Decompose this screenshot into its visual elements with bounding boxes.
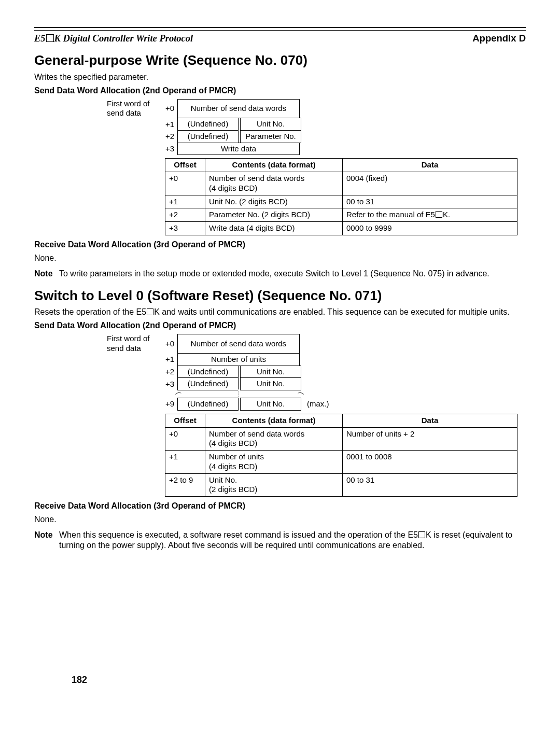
cell: 0001 to 0008 bbox=[343, 451, 517, 474]
cell: Number of send data words (4 digits BCD) bbox=[205, 427, 343, 451]
cell: 0004 (fixed) bbox=[343, 172, 517, 195]
offset-2: +2 bbox=[161, 367, 175, 377]
offset-3: +3 bbox=[161, 380, 175, 389]
cell: 00 to 31 bbox=[343, 195, 517, 208]
txt: When this sequence is executed, a softwa… bbox=[59, 530, 418, 539]
th-contents: Contents (data format) bbox=[205, 414, 343, 427]
page-header: E5K Digital Controller Write Protocol Ap… bbox=[34, 32, 526, 45]
section-070-send-heading: Send Data Word Allocation (2nd Operand o… bbox=[34, 86, 526, 96]
table-row: +2 Parameter No. (2 digits BCD) Refer to… bbox=[165, 208, 517, 222]
cell: +3 bbox=[165, 222, 205, 235]
table-row: +2 to 9 Unit No. (2 digits BCD) 00 to 31 bbox=[165, 473, 517, 497]
offset-3: +3 bbox=[161, 144, 175, 154]
first-word-l2: send data bbox=[107, 344, 141, 353]
alloc-r3b: Unit No. bbox=[240, 377, 301, 390]
alloc-r2a: (Undefined) bbox=[177, 366, 239, 378]
first-word-l2: send data bbox=[107, 108, 141, 117]
hdr-left-prefix: E5 bbox=[34, 33, 46, 44]
alloc-r0: Number of send data words bbox=[177, 99, 300, 119]
cell: Refer to the manual of E5K. bbox=[343, 208, 517, 222]
th-data: Data bbox=[343, 159, 517, 172]
first-word-label: First word of send data bbox=[34, 99, 159, 119]
txt: Refer to the manual of E5 bbox=[346, 210, 435, 219]
note-label: Note bbox=[34, 530, 59, 551]
cell: +2 to 9 bbox=[165, 473, 205, 497]
cell: Unit No. (2 digits BCD) bbox=[205, 195, 343, 208]
cell: Number of units (4 digits BCD) bbox=[205, 451, 343, 474]
first-word-label: First word of send data bbox=[34, 334, 159, 354]
placeholder-square-icon bbox=[436, 211, 442, 218]
first-word-l1: First word of bbox=[107, 99, 150, 108]
header-left: E5K Digital Controller Write Protocol bbox=[34, 33, 193, 45]
section-070-title: General-purpose Write (Sequence No. 070) bbox=[34, 52, 526, 69]
alloc-r1a: (Undefined) bbox=[177, 118, 239, 131]
alloc-diagram-071: First word of send data +0 Number of sen… bbox=[34, 334, 526, 411]
cell: Write data (4 digits BCD) bbox=[205, 222, 343, 235]
alloc-r9a: (Undefined) bbox=[177, 398, 239, 411]
cell: +2 bbox=[165, 208, 205, 222]
first-word-l1: First word of bbox=[107, 334, 150, 343]
section-070-recv-heading: Receive Data Word Allocation (3rd Operan… bbox=[34, 240, 526, 250]
offset-2: +2 bbox=[161, 132, 175, 142]
alloc-diagram-070: First word of send data +0 Number of sen… bbox=[34, 99, 526, 156]
max-label: (max.) bbox=[304, 399, 335, 409]
hdr-left-suffix: K Digital Controller Write Protocol bbox=[54, 33, 193, 44]
section-070-recv-body: None. bbox=[34, 253, 526, 263]
alloc-r1b: Unit No. bbox=[240, 118, 301, 131]
note-label: Note bbox=[34, 269, 59, 279]
note-text: To write parameters in the setup mode or… bbox=[59, 269, 526, 279]
offset-1: +1 bbox=[161, 355, 175, 364]
cell: Unit No. (2 digits BCD) bbox=[205, 473, 343, 497]
note-071: Note When this sequence is executed, a s… bbox=[34, 530, 526, 551]
cell: Number of send data words (4 digits BCD) bbox=[205, 172, 343, 195]
alloc-r2b: Parameter No. bbox=[240, 130, 301, 143]
alloc-r2a: (Undefined) bbox=[177, 130, 239, 143]
table-071: Offset Contents (data format) Data +0 Nu… bbox=[165, 414, 517, 497]
alloc-r9b: Unit No. bbox=[240, 398, 301, 411]
table-row: +0 Number of send data words (4 digits B… bbox=[165, 172, 517, 195]
cell: Number of units + 2 bbox=[343, 427, 517, 451]
alloc-r2b: Unit No. bbox=[240, 366, 301, 378]
table-070: Offset Contents (data format) Data +0 Nu… bbox=[165, 158, 517, 235]
placeholder-square-icon bbox=[147, 308, 153, 315]
alloc-r3: Write data bbox=[177, 143, 300, 156]
cell: +0 bbox=[165, 172, 205, 195]
txt: Resets the operation of the E5 bbox=[34, 307, 146, 316]
th-data: Data bbox=[343, 414, 517, 427]
header-right: Appendix D bbox=[472, 32, 526, 44]
section-071-recv-body: None. bbox=[34, 514, 526, 525]
cell: +0 bbox=[165, 427, 205, 451]
cell: Parameter No. (2 digits BCD) bbox=[205, 208, 343, 222]
section-071-title: Switch to Level 0 (Software Reset) (Sequ… bbox=[34, 287, 526, 304]
cell: +1 bbox=[165, 195, 205, 208]
alloc-r3a: (Undefined) bbox=[177, 377, 239, 390]
cell: 00 to 31 bbox=[343, 473, 517, 497]
note-070: Note To write parameters in the setup mo… bbox=[34, 269, 526, 279]
alloc-r1: Number of units bbox=[177, 353, 300, 366]
offset-9: +9 bbox=[161, 399, 175, 409]
offset-0: +0 bbox=[161, 339, 175, 349]
top-rule bbox=[34, 27, 526, 31]
section-071-recv-heading: Receive Data Word Allocation (3rd Operan… bbox=[34, 501, 526, 511]
offset-1: +1 bbox=[161, 120, 175, 130]
cell: 0000 to 9999 bbox=[343, 222, 517, 235]
txt: K and waits until communications are ena… bbox=[154, 307, 509, 316]
offset-0: +0 bbox=[161, 104, 175, 114]
table-row: +1 Unit No. (2 digits BCD) 00 to 31 bbox=[165, 195, 517, 208]
alloc-r0: Number of send data words bbox=[177, 334, 300, 354]
txt: K. bbox=[443, 210, 450, 219]
table-row: +3 Write data (4 digits BCD) 0000 to 999… bbox=[165, 222, 517, 235]
placeholder-square-icon bbox=[418, 531, 425, 538]
section-070-intro: Writes the specified parameter. bbox=[34, 72, 526, 82]
wave-break-icon bbox=[177, 390, 302, 398]
th-contents: Contents (data format) bbox=[205, 159, 343, 172]
section-071-intro: Resets the operation of the E5K and wait… bbox=[34, 307, 526, 317]
section-071-send-heading: Send Data Word Allocation (2nd Operand o… bbox=[34, 320, 526, 331]
cell: +1 bbox=[165, 451, 205, 474]
page-number: 182 bbox=[72, 674, 87, 686]
placeholder-square-icon bbox=[46, 34, 54, 42]
th-offset: Offset bbox=[165, 414, 205, 427]
th-offset: Offset bbox=[165, 159, 205, 172]
note-text: When this sequence is executed, a softwa… bbox=[59, 530, 526, 551]
table-row: +0 Number of send data words (4 digits B… bbox=[165, 427, 517, 451]
